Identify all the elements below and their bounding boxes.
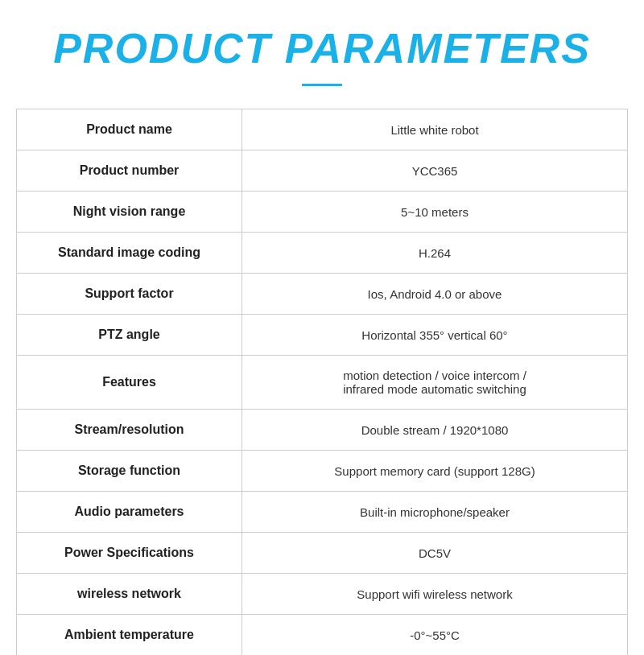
param-label: Product name: [17, 109, 242, 150]
table-row: Featuresmotion detection / voice interco…: [17, 356, 628, 410]
param-value: -0°~55°C: [242, 615, 628, 656]
param-label: Power Specifications: [17, 533, 242, 574]
param-label: Stream/resolution: [17, 410, 242, 451]
param-value: Built-in microphone/speaker: [242, 492, 628, 533]
param-label: Support factor: [17, 274, 242, 315]
table-row: Ambient temperature-0°~55°C: [17, 615, 628, 656]
table-row: Stream/resolutionDouble stream / 1920*10…: [17, 410, 628, 451]
table-row: Product numberYCC365: [17, 150, 628, 192]
param-label: Ambient temperature: [17, 615, 242, 656]
param-label: PTZ angle: [17, 315, 242, 356]
table-row: Standard image codingH.264: [17, 233, 628, 274]
param-label: Audio parameters: [17, 492, 242, 533]
param-value: Little white robot: [242, 109, 628, 150]
title-divider: [302, 84, 342, 86]
param-label: wireless network: [17, 574, 242, 615]
table-row: Night vision range5~10 meters: [17, 192, 628, 233]
param-value: DC5V: [242, 533, 628, 574]
table-row: Storage functionSupport memory card (sup…: [17, 451, 628, 492]
param-value: Horizontal 355° vertical 60°: [242, 315, 628, 356]
param-label: Storage function: [17, 451, 242, 492]
params-table: Product nameLittle white robotProduct nu…: [16, 109, 628, 655]
page-container: PRODUCT PARAMETERS Product nameLittle wh…: [0, 0, 644, 655]
param-value: 5~10 meters: [242, 192, 628, 233]
table-row: Support factorIos, Android 4.0 or above: [17, 274, 628, 315]
param-value: motion detection / voice intercom /infra…: [242, 356, 628, 410]
table-row: Audio parametersBuilt-in microphone/spea…: [17, 492, 628, 533]
param-value: H.264: [242, 233, 628, 274]
table-row: Product nameLittle white robot: [17, 109, 628, 150]
param-value: Support wifi wireless network: [242, 574, 628, 615]
param-label: Product number: [17, 150, 242, 192]
param-label: Features: [17, 356, 242, 410]
table-row: PTZ angleHorizontal 355° vertical 60°: [17, 315, 628, 356]
param-value: Support memory card (support 128G): [242, 451, 628, 492]
param-value: Double stream / 1920*1080: [242, 410, 628, 451]
page-title: PRODUCT PARAMETERS: [16, 24, 628, 72]
table-row: Power SpecificationsDC5V: [17, 533, 628, 574]
param-label: Night vision range: [17, 192, 242, 233]
param-label: Standard image coding: [17, 233, 242, 274]
table-row: wireless networkSupport wifi wireless ne…: [17, 574, 628, 615]
param-value: YCC365: [242, 150, 628, 192]
param-value: Ios, Android 4.0 or above: [242, 274, 628, 315]
